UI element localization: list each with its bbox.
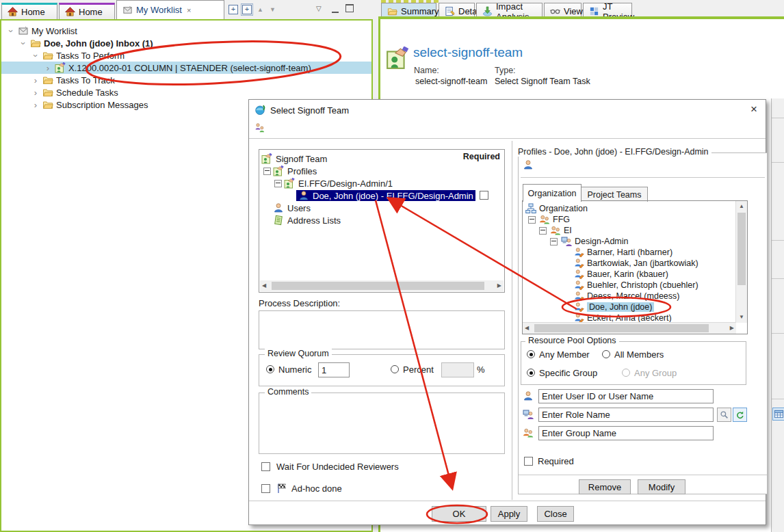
any-member-label: Any Member xyxy=(539,349,590,360)
tab-project-teams[interactable]: Project Teams xyxy=(581,187,648,202)
collapse-toggle[interactable] xyxy=(528,216,536,224)
tree-label: My Worklist xyxy=(31,26,77,36)
signoff-tree-root[interactable]: Signoff Team xyxy=(259,152,504,165)
remove-button[interactable]: Remove xyxy=(579,479,631,494)
move-up-icon[interactable]: ▲ xyxy=(257,6,263,13)
specific-group-radio[interactable] xyxy=(527,369,535,377)
all-members-label: All Members xyxy=(614,349,664,360)
numeric-input[interactable] xyxy=(318,362,350,377)
minimize-icon[interactable] xyxy=(332,10,339,13)
org-tree-user[interactable]: Bartkowiak, Jan (jbartkowiak) xyxy=(523,258,735,269)
tab-my-worklist[interactable]: My Worklist × xyxy=(116,0,224,19)
tree-item-tasks-to-track[interactable]: › Tasks To Track xyxy=(1,74,371,86)
table-view-icon[interactable] xyxy=(772,408,784,421)
tree-label: Schedule Tasks xyxy=(56,88,118,98)
percent-suffix: % xyxy=(477,364,485,375)
tree-item-schedule-tasks[interactable]: › Schedule Tasks xyxy=(1,86,371,98)
required-checkbox[interactable] xyxy=(480,191,488,200)
percent-input[interactable] xyxy=(441,362,474,377)
collapse-toggle[interactable] xyxy=(263,168,271,175)
org-tree-user[interactable]: Buehler, Christoph (cbuehler) xyxy=(523,280,735,291)
expand-icon[interactable]: + xyxy=(228,5,238,14)
percent-radio[interactable] xyxy=(391,365,399,373)
worklist-icon xyxy=(122,5,133,15)
dialog-close-icon[interactable]: × xyxy=(750,103,757,116)
percent-label: Percent xyxy=(403,364,434,375)
type-label: Type: xyxy=(495,66,516,75)
user-icon xyxy=(523,390,534,401)
tab-home-1[interactable]: Home xyxy=(1,3,57,19)
org-tree-design-admin[interactable]: Design-Admin xyxy=(523,236,735,247)
tab-label: Home xyxy=(21,7,45,17)
group-search-input[interactable] xyxy=(538,426,714,440)
signoff-tree-selected-user[interactable]: Doe, John (jdoe) - EI.FFG/Design-Admin xyxy=(259,189,504,202)
search-button[interactable] xyxy=(717,408,731,422)
refresh-button[interactable] xyxy=(733,408,747,422)
summary-title: select-signoff-team xyxy=(413,45,523,60)
expand-all-icon[interactable]: + xyxy=(242,5,252,14)
signoff-task-icon xyxy=(261,153,272,164)
person-icon xyxy=(523,159,534,170)
tree-item-inbox[interactable]: › Doe, John (jdoe) Inbox (1) xyxy=(1,37,371,49)
tree-item-my-worklist[interactable]: › My Worklist xyxy=(1,25,371,37)
collapse-toggle[interactable] xyxy=(274,180,282,187)
any-group-radio xyxy=(622,369,630,377)
tree-label: EI.FFG/Design-Admin/1 xyxy=(298,178,393,189)
home-icon xyxy=(65,7,75,17)
folder-icon xyxy=(42,50,53,61)
folder-icon xyxy=(42,99,53,110)
summary-icon xyxy=(387,6,397,16)
tree-item-task-selected[interactable]: › X.1200.0020-01 COLUMN | STAENDER (sele… xyxy=(1,62,371,74)
view-menu-icon[interactable]: ▽ xyxy=(316,5,322,12)
vertical-scrollbar[interactable]: ▲ ▼ xyxy=(735,201,747,323)
comments-group[interactable]: Comments xyxy=(259,393,505,454)
role-search-input[interactable] xyxy=(538,408,714,422)
profiles-group: Profiles - Doe, John (jdoe) - EI.FFG/Des… xyxy=(518,152,768,494)
tab-label: Summary xyxy=(401,6,439,16)
org-tree-user-selected[interactable]: Doe, John (jdoe) xyxy=(523,302,735,312)
signoff-tree-profiles[interactable]: Profiles xyxy=(259,165,504,177)
signoff-tree-users[interactable]: Users xyxy=(259,202,504,214)
tree-item-tasks-to-perform[interactable]: › Tasks To Perform xyxy=(1,49,371,62)
org-tree-user[interactable]: Bauer, Karin (kbauer) xyxy=(523,269,735,280)
numeric-radio[interactable] xyxy=(266,365,274,373)
wait-for-undecided-checkbox[interactable] xyxy=(261,462,270,471)
apply-button[interactable]: Apply xyxy=(491,506,527,522)
worklist-icon xyxy=(18,25,29,36)
resource-pool-options-group: Resource Pool Options Any Member All Mem… xyxy=(521,341,746,385)
signoff-tree-address-lists[interactable]: Address Lists xyxy=(259,214,504,226)
org-tree-user[interactable]: Deess, Marcel (mdeess) xyxy=(523,291,735,302)
org-tree-organization[interactable]: Organization xyxy=(523,203,735,214)
move-down-icon[interactable]: ▼ xyxy=(270,6,276,13)
adhoc-done-checkbox[interactable] xyxy=(261,484,270,493)
select-signoff-team-dialog: Select Signoff Team × Required Signoff T… xyxy=(248,99,766,525)
modify-button[interactable]: Modify xyxy=(638,479,685,494)
collapse-toggle[interactable] xyxy=(550,238,558,245)
maximize-icon[interactable] xyxy=(345,4,354,12)
signoff-tree-profile-group[interactable]: EI.FFG/Design-Admin/1 xyxy=(259,177,504,189)
user-search-input[interactable] xyxy=(538,389,714,403)
tab-close-icon[interactable]: × xyxy=(187,6,191,14)
tree-label: X.1200.0020-01 COLUMN | STAENDER (select… xyxy=(68,63,311,73)
org-tree-ei[interactable]: EI xyxy=(523,225,735,236)
horizontal-scrollbar[interactable]: ◀ ▶ xyxy=(260,280,504,291)
process-description-box[interactable] xyxy=(259,310,505,349)
close-button[interactable]: Close xyxy=(537,506,574,522)
org-tree-ffg[interactable]: FFG xyxy=(523,214,735,225)
horizontal-scrollbar[interactable]: ◀ ▶ xyxy=(523,322,736,334)
org-chart-icon xyxy=(525,203,536,214)
any-group-label: Any Group xyxy=(634,368,677,378)
tree-label: Eckert, Anna (aeckert) xyxy=(587,313,672,323)
any-member-radio[interactable] xyxy=(527,350,535,358)
tab-home-2[interactable]: Home xyxy=(59,3,115,19)
group-title: Comments xyxy=(265,387,311,397)
required-checkbox[interactable] xyxy=(524,457,533,466)
ok-button[interactable]: OK xyxy=(432,506,486,522)
org-tree-user[interactable]: Barner, Harti (hbarner) xyxy=(523,247,735,258)
home-icon xyxy=(8,7,18,17)
collapse-toggle[interactable] xyxy=(539,227,547,235)
role-icon xyxy=(561,236,572,247)
all-members-radio[interactable] xyxy=(602,350,610,358)
group-title: Resource Pool Options xyxy=(525,336,619,345)
tab-organization[interactable]: Organization xyxy=(523,184,582,202)
